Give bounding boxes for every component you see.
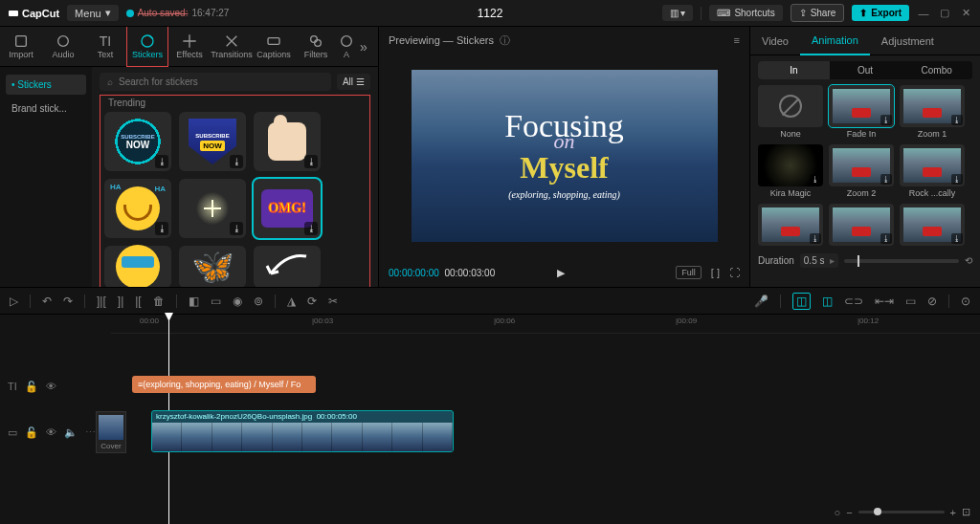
- anim-extra-3[interactable]: ⭳: [900, 204, 965, 246]
- download-icon[interactable]: ⭳: [951, 174, 963, 185]
- window-close[interactable]: ✕: [959, 7, 972, 19]
- anim-zoom-1[interactable]: ⭳Zoom 1: [900, 85, 965, 139]
- preview-ratio-icon[interactable]: [ ]: [711, 267, 720, 278]
- anim-kira-magic[interactable]: ⭳Kira Magic: [758, 144, 823, 198]
- tab-audio[interactable]: Audio: [42, 27, 84, 67]
- anim-extra-1[interactable]: ⭳: [758, 204, 823, 246]
- sticker-subscribe-now-shield[interactable]: SUBSCRIBENOW⭳: [179, 112, 246, 171]
- track-mute-icon[interactable]: 🔈: [64, 426, 78, 439]
- tab-text[interactable]: TIText: [84, 27, 126, 67]
- category-stickers[interactable]: • Stickers: [6, 75, 86, 95]
- tab-import[interactable]: Import: [0, 27, 42, 67]
- download-icon[interactable]: ⭳: [304, 222, 318, 235]
- tool-undo[interactable]: ↶: [42, 295, 52, 308]
- tab-effects[interactable]: Effects: [168, 27, 211, 67]
- tool-crop[interactable]: ✂: [328, 295, 338, 308]
- sticker-filter-all[interactable]: All ☰: [337, 74, 370, 90]
- tab-filters[interactable]: Filters: [295, 27, 337, 67]
- preview-menu-icon[interactable]: ≡: [734, 34, 740, 46]
- download-icon[interactable]: ⭳: [230, 155, 243, 168]
- tabs-more-icon[interactable]: »: [356, 39, 371, 55]
- duration-field[interactable]: 0.5 s▸: [800, 253, 838, 268]
- tab-stickers[interactable]: Stickers: [126, 27, 168, 67]
- duration-slider[interactable]: [844, 259, 959, 263]
- tool-mark2[interactable]: ▭: [211, 295, 221, 308]
- tool-split[interactable]: ]|[: [97, 295, 106, 308]
- tool-preview-mode[interactable]: ▭: [905, 295, 916, 308]
- window-minimize[interactable]: —: [917, 8, 930, 19]
- zoom-fit-icon[interactable]: ⊡: [962, 506, 970, 518]
- zoom-out-icon[interactable]: ○: [834, 507, 840, 518]
- download-icon[interactable]: ⭳: [951, 233, 963, 244]
- preview-viewport[interactable]: Focusing on Myself (exploring, shopping,…: [379, 54, 749, 258]
- zoom-plus[interactable]: +: [950, 507, 956, 518]
- tool-trim-right[interactable]: |[: [135, 295, 141, 308]
- tool-delete[interactable]: 🗑: [153, 295, 165, 308]
- anim-fade-in[interactable]: ⭳Fade In: [829, 85, 894, 139]
- tool-mirror[interactable]: ◮: [287, 295, 296, 308]
- text-clip[interactable]: ≡ (exploring, shopping, eating) / Myself…: [132, 376, 316, 393]
- sticker-omg[interactable]: OMG!⭳: [254, 179, 321, 238]
- track-lock-icon[interactable]: 🔓: [25, 426, 38, 439]
- anim-tab-combo[interactable]: Combo: [901, 61, 972, 79]
- sticker-butterfly[interactable]: 🦋: [179, 246, 246, 287]
- sticker-sparkle[interactable]: ⭳: [179, 179, 246, 238]
- layout-selector[interactable]: ▥ ▾: [662, 5, 694, 21]
- tab-animation[interactable]: Animation: [800, 27, 870, 55]
- tab-adjustment[interactable]: Adjustment: [870, 27, 946, 55]
- download-icon[interactable]: ⭳: [880, 233, 892, 244]
- window-maximize[interactable]: ▢: [938, 7, 951, 19]
- tool-snap[interactable]: ⇤⇥: [875, 295, 894, 308]
- sticker-arrow[interactable]: [254, 246, 321, 287]
- preview-full-button[interactable]: Full: [676, 266, 702, 279]
- video-clip[interactable]: krzysztof-kowalik-2pnozU26QBo-unsplash.j…: [151, 410, 454, 452]
- info-icon[interactable]: ⓘ: [500, 33, 510, 48]
- play-button[interactable]: ▶: [557, 267, 565, 279]
- download-icon[interactable]: ⭳: [230, 222, 243, 235]
- tool-magnet-2[interactable]: ◫: [822, 295, 833, 308]
- tab-transitions[interactable]: Transitions: [211, 27, 253, 67]
- anim-rock[interactable]: ⭳Rock ...cally: [900, 144, 965, 198]
- share-button[interactable]: ⇪ Share: [791, 4, 845, 22]
- anim-zoom-2[interactable]: ⭳Zoom 2: [829, 144, 894, 198]
- download-icon[interactable]: ⭳: [155, 155, 168, 168]
- tool-link[interactable]: ⊂⊃: [844, 295, 863, 308]
- sticker-cool-emoji[interactable]: [104, 246, 171, 287]
- track-lock-icon[interactable]: 🔓: [25, 381, 38, 393]
- tool-toggle[interactable]: ⊘: [927, 295, 937, 308]
- category-brand-stickers[interactable]: Brand stick...: [6, 98, 86, 119]
- download-icon[interactable]: ⭳: [951, 115, 963, 125]
- tool-select[interactable]: ▷: [10, 295, 18, 308]
- timeline-ruler[interactable]: 00:00 |00:03 |00:06 |00:09 |00:12: [111, 315, 980, 334]
- anim-tab-in[interactable]: In: [758, 61, 830, 79]
- track-visibility-icon[interactable]: 👁: [46, 381, 56, 392]
- zoom-minus[interactable]: −: [846, 507, 852, 518]
- sticker-search-input[interactable]: ⌕ Search for stickers: [100, 73, 331, 91]
- tool-speed[interactable]: ⊚: [254, 295, 263, 308]
- tool-settings[interactable]: ⊙: [961, 295, 970, 308]
- tab-captions[interactable]: Captions: [253, 27, 295, 67]
- cover-button[interactable]: Cover: [96, 411, 126, 453]
- download-icon[interactable]: ⭳: [810, 174, 821, 185]
- tool-rotate[interactable]: ⟳: [307, 295, 317, 308]
- shortcuts-button[interactable]: ⌨ Shortcuts: [709, 5, 782, 21]
- download-icon[interactable]: ⭳: [155, 222, 168, 235]
- tool-redo[interactable]: ↷: [63, 295, 73, 308]
- preview-expand-icon[interactable]: ⛶: [729, 267, 740, 278]
- tool-mic[interactable]: 🎤: [754, 295, 768, 308]
- sticker-subscribe-now-badge[interactable]: SUBSCRIBENOW⭳: [104, 112, 171, 171]
- download-icon[interactable]: ⭳: [880, 174, 892, 185]
- anim-extra-2[interactable]: ⭳: [829, 204, 894, 246]
- tool-record[interactable]: ◉: [233, 295, 242, 308]
- sticker-haha-emoji[interactable]: HAHA⭳: [104, 179, 171, 238]
- export-button[interactable]: ⬆ Export: [852, 5, 909, 21]
- tool-trim-left[interactable]: ]|: [118, 295, 123, 308]
- download-icon[interactable]: ⭳: [304, 155, 318, 168]
- anim-tab-out[interactable]: Out: [830, 61, 902, 79]
- tool-magnet-1[interactable]: ◫: [792, 293, 811, 310]
- menu-button[interactable]: Menu▾: [67, 5, 119, 21]
- tool-mark1[interactable]: ◧: [189, 295, 199, 308]
- tab-adjustment-partial[interactable]: A: [337, 27, 356, 67]
- duration-reset-icon[interactable]: ⟲: [965, 255, 972, 266]
- download-icon[interactable]: ⭳: [810, 233, 821, 244]
